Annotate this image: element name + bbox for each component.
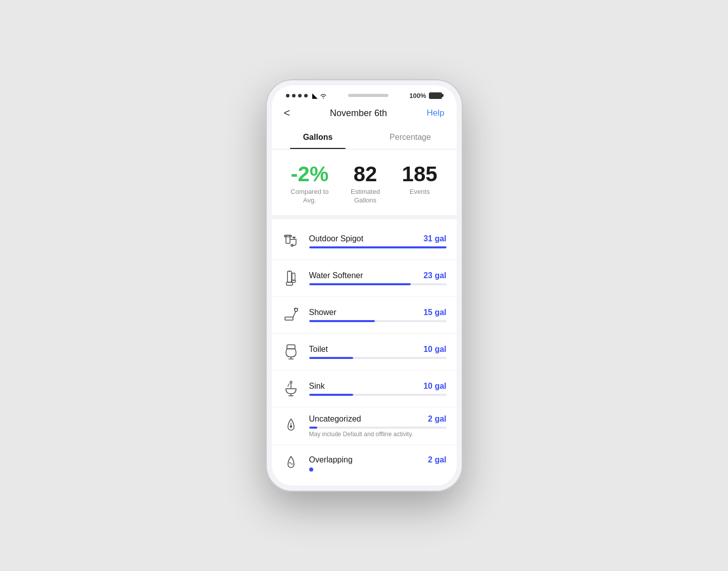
uncategorized-progress-fill [309,427,317,429]
svg-rect-16 [287,345,295,349]
wifi-icon: ◣ [312,91,328,99]
svg-line-11 [293,311,296,317]
stat-label-events: Events [402,188,438,196]
stat-label-comparison: Compared toAvg. [290,188,328,205]
shower-icon [280,304,302,326]
stat-comparison: -2% Compared toAvg. [290,164,328,205]
list-item[interactable]: Outdoor Spigot 31 gal [272,223,457,260]
shower-content: Shower 15 gal [309,308,447,322]
sink-progress-fill [309,394,353,396]
shower-amount: 15 gal [423,308,446,317]
list-item[interactable]: Overlapping 2 gal [272,445,457,482]
outdoor-spigot-name: Outdoor Spigot [309,234,364,243]
signal-dot [286,94,289,97]
battery-percent: 100% [409,92,426,99]
list-item[interactable]: Water Softener 23 gal [272,260,457,297]
divider [272,215,457,219]
stat-label-gallons: EstimatedGallons [351,188,380,205]
stat-value-comparison: -2% [290,164,328,185]
water-softener-content: Water Softener 23 gal [309,271,447,285]
page-title: November 6th [330,108,387,119]
shower-progress-bg [309,320,447,322]
softener-icon [280,267,302,289]
svg-point-22 [290,426,292,427]
tab-percentage[interactable]: Percentage [364,126,457,149]
shower-name: Shower [309,308,336,317]
water-softener-progress-fill [309,283,411,285]
uncategorized-sublabel: May include Default and offline activity… [309,431,447,438]
overlapping-name: Overlapping [309,455,353,464]
help-button[interactable]: Help [427,108,445,118]
spigot-icon [280,230,302,252]
outdoor-spigot-progress-fill [309,246,447,248]
water-softener-progress-bg [309,283,447,285]
uncategorized-progress-bg [309,427,447,429]
sink-content: Sink 10 gal [309,382,447,396]
svg-rect-10 [285,317,293,320]
sink-progress-bg [309,394,447,396]
tab-gallons[interactable]: Gallons [272,126,364,149]
back-button[interactable]: < [284,107,290,120]
svg-rect-5 [287,271,292,282]
overlapping-amount: 2 gal [428,455,446,464]
stat-value-gallons: 82 [351,164,380,185]
toilet-content: Toilet 10 gal [309,345,447,359]
sink-icon [280,378,302,400]
outdoor-spigot-amount: 31 gal [423,234,446,243]
stats-row: -2% Compared toAvg. 82 EstimatedGallons … [272,149,457,215]
sink-amount: 10 gal [423,382,446,391]
signal-dot [304,94,308,97]
toilet-progress-fill [309,357,353,359]
svg-line-15 [297,308,298,309]
uncategorized-name: Uncategorized [309,414,361,424]
svg-rect-6 [286,282,293,285]
water-softener-amount: 23 gal [423,271,446,280]
usage-list: Outdoor Spigot 31 gal [272,219,457,486]
uncategorized-content: Uncategorized 2 gal May include Default … [309,414,447,438]
water-softener-name: Water Softener [309,271,363,280]
uncategorized-amount: 2 gal [428,414,446,424]
signal-dot [298,94,302,97]
signal-area: ◣ [286,91,328,99]
overlapping-dot [309,468,313,472]
notch [348,94,389,97]
shower-progress-fill [309,320,375,322]
svg-rect-9 [292,280,296,282]
toilet-name: Toilet [309,345,328,354]
uncategorized-icon [280,415,302,437]
battery-icon [429,92,442,99]
status-bar: ◣ 100% [272,85,457,102]
svg-point-21 [290,381,292,383]
overlapping-content: Overlapping 2 gal [309,455,447,472]
phone-frame: ◣ 100% < November 6th Help [266,79,463,492]
signal-dot [292,94,296,97]
list-item[interactable]: Shower 15 gal [272,297,457,334]
outdoor-spigot-content: Outdoor Spigot 31 gal [309,234,447,248]
battery-area: 100% [409,92,442,99]
toilet-icon [280,341,302,363]
stat-events: 185 Events [402,164,438,205]
stat-value-events: 185 [402,164,438,185]
svg-rect-8 [292,273,295,280]
list-item[interactable]: Sink 10 gal [272,371,457,407]
overlapping-icon [280,452,302,475]
tabs-container: Gallons Percentage [272,126,457,149]
toilet-amount: 10 gal [423,345,446,354]
sink-name: Sink [309,382,325,391]
list-item[interactable]: Toilet 10 gal [272,334,457,371]
svg-rect-1 [284,235,292,237]
outdoor-spigot-progress-bg [309,246,447,248]
nav-bar: < November 6th Help [272,102,457,126]
stat-gallons: 82 EstimatedGallons [351,164,380,205]
list-item[interactable]: Uncategorized 2 gal May include Default … [272,407,457,445]
toilet-progress-bg [309,357,447,359]
phone-screen: ◣ 100% < November 6th Help [272,85,457,486]
